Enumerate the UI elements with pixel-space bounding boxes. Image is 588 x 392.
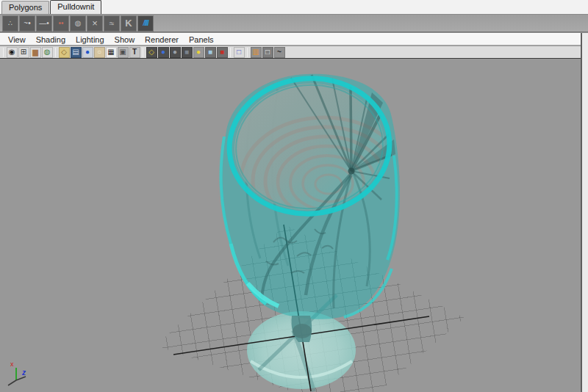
gate-mask-icon[interactable]: ▣ [118,47,129,58]
smooth-shade-all-icon[interactable]: ● [170,47,181,58]
camera-attributes-icon[interactable]: ⊞ [18,47,29,58]
image-plane-icon[interactable]: ◍ [42,47,53,58]
field-chart-icon[interactable]: T [129,47,140,58]
panel-toolbar: ◉ ⊞ ▆ ◍ ◇ ▤ ● ○ ▦ ▣ T ◇ ● ● ■ ● ■ ■ □ ▥ … [0,46,581,59]
use-all-lights-icon[interactable]: ● [193,47,204,58]
trajectory-icon[interactable]: ~• [19,15,35,32]
menu-view[interactable]: View [3,35,31,44]
menu-lighting[interactable]: Lighting [71,35,110,44]
axis-z-label: z [21,369,26,377]
film-strip-icon[interactable]: ▤ [71,47,82,58]
view-axis-indicator: x z [8,360,26,385]
shelf-tab-bar: Polygons Pulldownit [0,0,588,15]
toolbar-separator [55,48,56,57]
smooth-shade-icon[interactable]: ● [158,47,169,58]
use-default-material-icon[interactable]: ■ [217,47,228,58]
toolbar-separator [3,48,4,57]
glass-bowl [220,72,407,319]
k-logo-icon[interactable]: K [121,15,137,32]
fracture-points-icon[interactable]: ∴ [2,15,18,32]
grid-toggle-icon[interactable]: ◇ [59,47,70,58]
tab-pulldownit[interactable]: Pulldownit [50,0,101,14]
ipr-render-icon[interactable]: □ [262,47,273,58]
bodies-pair-icon[interactable]: •• [53,15,69,32]
application-window: Polygons Pulldownit ∴ ~• —• •• ◍ × ≈ K /… [0,0,588,392]
crack-pattern-icon[interactable]: × [87,15,103,32]
toolbar-separator [143,48,143,57]
viewport-3d[interactable]: x z [0,59,581,392]
window-right-edge [581,33,588,392]
panel-menu-bar: View Shading Lighting Show Renderer Pane… [0,33,581,46]
axis-x-label: x [10,360,14,368]
resolution-gate-icon[interactable]: ▦ [106,47,117,58]
shatter-sphere-icon[interactable]: ◍ [70,15,86,32]
bookmarks-icon[interactable]: ▆ [30,47,41,58]
menu-show[interactable]: Show [110,35,140,44]
menu-renderer[interactable]: Renderer [140,35,184,44]
wireframe-mode-icon[interactable]: ◇ [146,47,157,58]
wine-glass-model[interactable]: x z [0,59,581,392]
flat-shade-icon[interactable]: ■ [182,47,193,58]
render-current-frame-icon[interactable]: ▥ [251,47,262,58]
menu-panels[interactable]: Panels [184,35,219,44]
render-settings-icon[interactable]: ~ [274,47,285,58]
toolbar-separator [247,48,248,57]
select-camera-icon[interactable]: ◉ [7,47,18,58]
textured-mode-icon[interactable]: ■ [205,47,216,58]
pan-zoom-icon[interactable]: ● [82,47,93,58]
film-gate-icon[interactable]: ○ [94,47,105,58]
isolate-select-icon[interactable]: □ [234,47,245,58]
pulldownit-logo-icon[interactable]: /lll [137,15,154,32]
shelf: ∴ ~• —• •• ◍ × ≈ K /lll [0,15,588,32]
dynamic-body-icon[interactable]: —• [36,15,52,32]
jagged-cracks-icon[interactable]: ≈ [104,15,120,32]
menu-shading[interactable]: Shading [31,35,71,44]
toolbar-separator [230,48,231,57]
tab-polygons[interactable]: Polygons [1,1,49,14]
